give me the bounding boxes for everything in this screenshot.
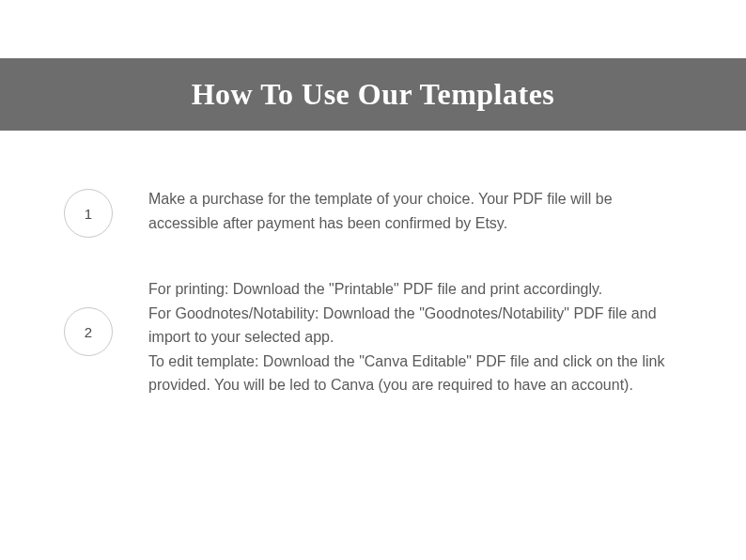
steps-container: 1 Make a purchase for the template of yo…: [0, 131, 746, 397]
step-item: 2 For printing: Download the "Printable"…: [64, 277, 682, 397]
page-title: How To Use Our Templates: [0, 77, 746, 112]
step-number-badge: 2: [64, 307, 113, 356]
step-text: For printing: Download the "Printable" P…: [148, 277, 682, 397]
title-bar: How To Use Our Templates: [0, 58, 746, 131]
step-number-badge: 1: [64, 189, 113, 238]
step-text: Make a purchase for the template of your…: [148, 187, 682, 235]
step-item: 1 Make a purchase for the template of yo…: [64, 187, 682, 238]
